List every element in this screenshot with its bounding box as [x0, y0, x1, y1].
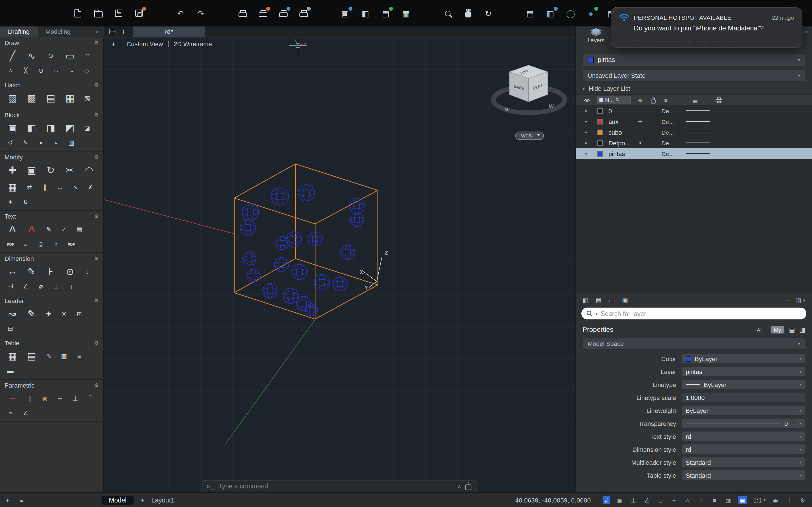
dimension-style-field[interactable]: rd▾	[682, 444, 805, 455]
filter-my-button[interactable]: My	[770, 326, 784, 333]
tab-drafting[interactable]: Drafting	[0, 26, 38, 37]
multileader-tool[interactable]: ↝	[4, 306, 20, 321]
text-columns-tool[interactable]: ▤	[73, 224, 85, 234]
single-line-text-tool[interactable]: A	[24, 222, 40, 237]
view-name-menu[interactable]: Custom View	[121, 41, 168, 47]
open-file-icon[interactable]	[93, 8, 104, 19]
construction-line-tool[interactable]: ╳	[20, 65, 32, 75]
visibility-column-icon[interactable]	[583, 95, 591, 106]
annotation-monitor-icon[interactable]: ▤	[524, 8, 536, 19]
attribute-sync-tool[interactable]: ↺	[4, 137, 16, 148]
external-references-icon[interactable]: ▦	[400, 8, 412, 19]
polygon-tool[interactable]: ◇	[81, 65, 93, 75]
section-gear-icon[interactable]: ⚙	[94, 214, 99, 219]
boundary-tool[interactable]: ▦	[62, 91, 78, 105]
stretch-tool[interactable]: ↔	[54, 182, 66, 192]
move-tool[interactable]: ✚	[4, 163, 20, 177]
grid-display-icon[interactable]: #	[603, 496, 610, 504]
section-gear-icon[interactable]: ⚙	[94, 40, 99, 46]
parallel-constraint-tool[interactable]: ∥	[24, 393, 36, 403]
fillet-tool[interactable]: ◠	[81, 163, 97, 177]
attach-reference-icon[interactable]: ▤	[380, 8, 391, 19]
annotation-autoscale-icon[interactable]: ↕	[785, 496, 793, 504]
dim-diameter-tool[interactable]: ⌀	[35, 281, 47, 291]
sphere-wireframes[interactable]	[240, 184, 364, 316]
layer-states-manager-icon[interactable]: ▤	[596, 297, 602, 304]
table-export-tool[interactable]: ▬	[4, 365, 16, 376]
redo-icon[interactable]: ↷	[195, 8, 206, 19]
color-system-icon[interactable]: ●	[585, 8, 597, 19]
vp-freeze-sun-icon[interactable]: ☀	[638, 137, 642, 148]
block-manager-tool[interactable]: ▥	[65, 137, 77, 148]
batch-plot-icon[interactable]	[257, 8, 268, 19]
spline-tool[interactable]: ≈	[65, 65, 77, 75]
command-line[interactable]: >_ ∧	[202, 480, 476, 492]
undo-icon[interactable]: ↶	[175, 8, 186, 19]
hotspot-notification[interactable]: PERSONAL HOTSPOT AVAILABLE 22m ago Do yo…	[611, 7, 802, 48]
vp-freeze-sun-icon[interactable]: ☀	[638, 116, 642, 127]
dim-linear-tool[interactable]: ↔	[4, 264, 20, 279]
layer-on-icon[interactable]: ●	[585, 105, 587, 116]
text-edit-tool[interactable]: ✎	[43, 224, 55, 234]
color-field[interactable]: ByLayer▾	[682, 353, 805, 364]
table-cells-tool[interactable]: ▥	[58, 351, 70, 361]
polyline-tool[interactable]: ∿	[24, 48, 40, 63]
annotation-scale-menu[interactable]: 1:1▾	[753, 497, 766, 503]
wcs-dropdown[interactable]: WCS	[516, 132, 544, 140]
table-style-field[interactable]: Standard▾	[682, 470, 805, 481]
share-icon[interactable]	[465, 484, 471, 490]
viewport-layout-icon[interactable]	[109, 26, 116, 37]
remove-leader-tool[interactable]: ✕	[58, 309, 70, 319]
dim-center-tool[interactable]: ⊙	[62, 264, 78, 279]
customization-gear-icon[interactable]: ⚙	[799, 496, 806, 504]
arc-tool[interactable]: ◠	[81, 51, 93, 61]
plot-column-icon[interactable]	[716, 95, 722, 106]
transparency-field[interactable]: 0≣▾	[682, 418, 805, 429]
geolocation-icon[interactable]: ◯	[565, 8, 576, 19]
text-align-tool[interactable]: ≡	[20, 239, 32, 249]
data-link-tool[interactable]: ≡	[73, 351, 85, 361]
pdf-export-tool[interactable]: PDF	[4, 239, 16, 249]
page-setup-icon[interactable]	[298, 8, 309, 19]
lineweight-field[interactable]: ByLayer▾	[682, 405, 805, 416]
name-column-sort[interactable]: N... ⇅	[597, 96, 631, 104]
dim-vertical-tool[interactable]: ↕	[81, 267, 93, 277]
create-block-tool[interactable]: ◧	[24, 121, 40, 135]
filter-all-button[interactable]: All	[753, 326, 766, 333]
rotate-tool[interactable]: ↻	[43, 163, 59, 177]
ellipse-tool[interactable]: ⊙	[35, 65, 47, 75]
linetype-column-icon[interactable]: ▤	[693, 95, 698, 106]
join-tool[interactable]: ∪	[20, 196, 32, 207]
transparency-display-icon[interactable]: ▩	[725, 496, 732, 504]
model-tab[interactable]: Model	[101, 496, 134, 504]
quick-select-icon[interactable]: ▤	[789, 326, 795, 333]
pdf-import-tool[interactable]: PDF	[65, 239, 77, 249]
section-gear-icon[interactable]: ⚙	[94, 154, 99, 160]
linear-constraint-tool[interactable]: ─	[4, 391, 20, 406]
sheet-set-icon[interactable]: ▥	[545, 8, 556, 19]
tool-list-icon[interactable]: ≡	[20, 496, 24, 504]
layer-row-defpo-[interactable]: ●Defpo...☀De...	[576, 137, 812, 148]
equal-constraint-tool[interactable]: =	[4, 408, 16, 418]
mleader-style-tool[interactable]: ✎	[24, 306, 40, 321]
columns-options-button[interactable]: ▥ ▾	[795, 297, 805, 304]
plot-icon[interactable]	[237, 8, 248, 19]
viewport-controls-button[interactable]: +	[112, 41, 115, 47]
layer-row-cubo[interactable]: ●cuboDe...	[576, 127, 812, 137]
annotation-visibility-icon[interactable]: ◉	[772, 496, 779, 504]
open-layer-group-icon[interactable]: ▭	[609, 297, 615, 304]
erase-tool[interactable]: ✗	[85, 182, 96, 192]
angle-constraint-tool[interactable]: ∠	[20, 408, 32, 418]
layer-on-icon[interactable]: ●	[585, 148, 587, 159]
block-base-tool[interactable]: ▪	[35, 137, 47, 148]
collapse-list-button[interactable]: –	[786, 296, 790, 304]
dim-perpendicular-tool[interactable]: ⊥	[50, 281, 62, 291]
linetype-scale-field[interactable]: 1.0000	[682, 392, 805, 403]
perpendicular-constraint-tool[interactable]: ⊥	[69, 393, 81, 403]
zoom-window-icon[interactable]	[442, 8, 453, 19]
selection-cycling-icon[interactable]: ▣	[738, 496, 747, 504]
layer-group-settings-icon[interactable]: ▣	[622, 297, 628, 304]
line-tool[interactable]: ╱	[4, 48, 20, 63]
layer-on-icon[interactable]: ●	[585, 127, 587, 137]
block-unit-tool[interactable]: ▫	[50, 137, 62, 148]
